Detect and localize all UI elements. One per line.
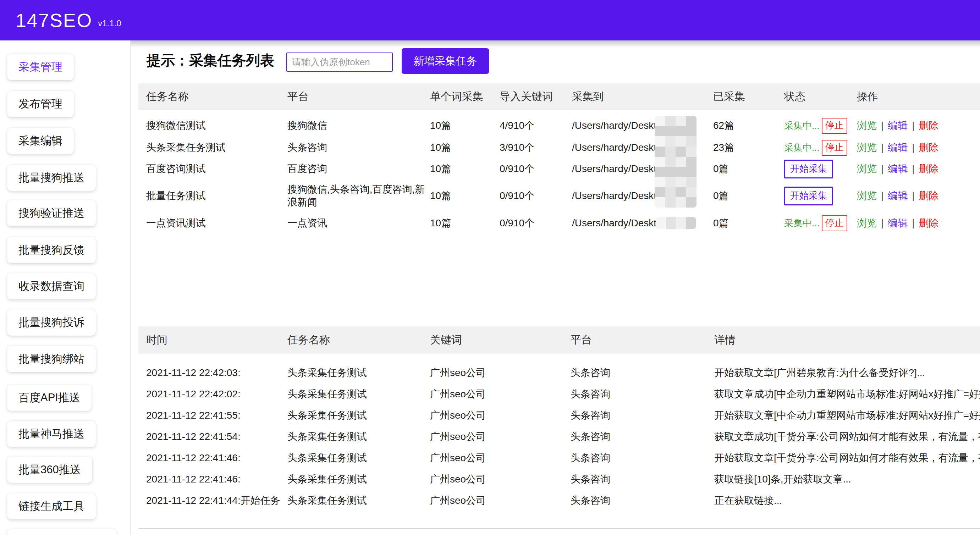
log-keyword: 广州seo公司 (430, 451, 571, 465)
task-actions: 浏览|编辑|删除 (857, 162, 980, 176)
token-input[interactable] (286, 53, 393, 72)
task-platform: 一点资讯 (287, 217, 430, 230)
sidebar-item-batch-360-push[interactable]: 批量360推送 (7, 457, 92, 483)
page-title: 提示：采集任务列表 (146, 53, 274, 68)
edit-link[interactable]: 编辑 (888, 190, 908, 201)
table-row: 百度咨询测试 百度咨询 10篇 0/910个 /Users/hardy/Desk… (138, 158, 980, 180)
task-platform: 头条咨询 (287, 141, 430, 154)
log-keyword: 广州seo公司 (430, 430, 571, 443)
log-time: 2021-11-12 22:41:46: (146, 474, 287, 485)
content-bottom-divider (138, 528, 980, 529)
col-task-name: 任务名称 (146, 89, 287, 104)
edit-link[interactable]: 编辑 (888, 163, 908, 174)
log-task: 头条采集任务测试 (287, 473, 430, 486)
sidebar-item-link-generator[interactable]: 链接生成工具 (7, 493, 96, 519)
stop-button[interactable]: 停止 (822, 140, 847, 156)
col-keyword: 关键词 (430, 333, 571, 347)
sidebar-item-batch-sogou-bind[interactable]: 批量搜狗绑站 (7, 346, 96, 372)
log-detail: 开始获取文章[干货分享:公司网站如何才能有效果，有流量，有访客... (714, 451, 980, 465)
view-link[interactable]: 浏览 (857, 190, 877, 201)
start-collect-button[interactable]: 开始采集 (784, 186, 833, 205)
stop-button[interactable]: 停止 (822, 118, 847, 134)
log-detail: 获取文章成功[干货分享:公司网站如何才能有效果，有流量，有访客... (714, 430, 980, 443)
sidebar-item-batch-shenma-push[interactable]: 批量神马推送 (7, 421, 96, 447)
delete-link[interactable]: 删除 (919, 163, 939, 174)
app-window: 147SEO v1.1.0 采集管理 发布管理 采集编辑 批量搜狗推送 搜狗验证… (0, 0, 980, 535)
task-collected: 0篇 (713, 189, 784, 202)
sidebar-item-collect-edit[interactable]: 采集编辑 (7, 128, 74, 154)
task-name: 搜狗微信测试 (146, 119, 287, 132)
start-collect-button[interactable]: 开始采集 (784, 160, 833, 178)
sidebar-item-batch-sogou-push[interactable]: 批量搜狗推送 (7, 165, 96, 191)
delete-link[interactable]: 删除 (919, 142, 939, 153)
action-separator: | (881, 190, 883, 201)
app-header: 147SEO v1.1.0 (0, 0, 980, 40)
edit-link[interactable]: 编辑 (888, 142, 908, 153)
brand-logo: 147SEO (16, 9, 92, 31)
task-keywords: 0/910个 (500, 162, 572, 176)
task-platform: 搜狗微信,头条咨询,百度咨询,新浪新闻 (287, 183, 430, 209)
log-table-header: 时间 任务名称 关键词 平台 详情 (138, 326, 980, 354)
action-separator: | (912, 190, 914, 201)
view-link[interactable]: 浏览 (857, 163, 877, 174)
view-link[interactable]: 浏览 (857, 218, 877, 228)
sidebar-item-sogou-verify-push[interactable]: 搜狗验证推送 (7, 200, 96, 226)
table-row: 头条采集任务测试 头条咨询 10篇 3/910个 /Users/hardy/De… (138, 137, 980, 158)
task-per-word: 10篇 (430, 189, 500, 202)
add-task-button[interactable]: 新增采集任务 (402, 48, 489, 74)
task-collected: 0篇 (713, 162, 784, 176)
status-collecting-label: 采集中... (784, 217, 819, 229)
col-time: 时间 (146, 333, 287, 347)
action-separator: | (881, 163, 883, 174)
log-detail: 获取文章成功[中企动力重塑网站市场标准:好网站x好推广=好效果] (714, 387, 980, 401)
table-row: 一点资讯测试 一点资讯 10篇 0/910个 /Users/hardy/Desk… (138, 212, 980, 234)
view-link[interactable]: 浏览 (857, 142, 877, 153)
col-collected: 已采集 (713, 89, 784, 104)
log-detail: 正在获取链接... (714, 494, 980, 507)
sidebar-item-batch-sogou-feedback[interactable]: 批量搜狗反馈 (7, 237, 96, 263)
tasks-table-header: 任务名称 平台 单个词采集 导入关键词 采集到 已采集 状态 操作 (138, 83, 980, 110)
sidebar-item-collect-manage[interactable]: 采集管理 (7, 54, 74, 80)
log-time: 2021-11-12 22:41:46: (146, 452, 287, 464)
task-keywords: 0/910个 (500, 217, 572, 230)
task-name: 批量任务测试 (146, 189, 287, 202)
log-row: 2021-11-12 22:42:03: 头条采集任务测试 广州seo公司 头条… (138, 362, 980, 384)
task-actions: 浏览|编辑|删除 (857, 217, 980, 230)
edit-link[interactable]: 编辑 (888, 120, 908, 131)
task-status: 采集中... 停止 (784, 140, 857, 156)
sidebar-item-index-data-query[interactable]: 收录数据查询 (7, 273, 96, 299)
col-per-word: 单个词采集 (430, 89, 500, 104)
log-time: 2021-11-12 22:41:44:开始任务 (146, 494, 287, 507)
log-time: 2021-11-12 22:42:02: (146, 389, 287, 400)
sidebar-item-batch-sogou-complaint[interactable]: 批量搜狗投诉 (7, 309, 96, 336)
delete-link[interactable]: 删除 (919, 120, 939, 131)
sidebar-item-partial[interactable] (7, 529, 117, 535)
table-row: 搜狗微信测试 搜狗微信 10篇 4/910个 /Users/hardy/Desk… (138, 114, 980, 137)
delete-link[interactable]: 删除 (919, 218, 939, 228)
col-target-path: 采集到 (572, 89, 713, 104)
task-status: 采集中... 停止 (784, 118, 857, 134)
col-actions: 操作 (857, 89, 980, 104)
task-per-word: 10篇 (430, 119, 500, 132)
log-detail: 开始获取文章[广州碧泉教育:为什么备受好评?]... (714, 366, 980, 380)
task-collected: 0篇 (713, 217, 784, 230)
task-keywords: 0/910个 (500, 189, 572, 202)
task-keywords: 3/910个 (500, 141, 572, 154)
edit-link[interactable]: 编辑 (888, 218, 908, 228)
log-platform: 头条咨询 (571, 451, 714, 465)
view-link[interactable]: 浏览 (857, 120, 877, 131)
task-collected: 23篇 (713, 141, 784, 154)
log-task: 头条采集任务测试 (287, 366, 430, 380)
task-name: 一点资讯测试 (146, 217, 287, 230)
delete-link[interactable]: 删除 (919, 190, 939, 201)
task-name: 头条采集任务测试 (146, 141, 287, 154)
action-separator: | (912, 120, 914, 131)
stop-button[interactable]: 停止 (822, 215, 847, 231)
log-detail: 开始获取文章[中企动力重塑网站市场标准:好网站x好推广=好效果]... (714, 409, 980, 422)
sidebar-item-baidu-api-push[interactable]: 百度API推送 (7, 385, 92, 411)
sidebar-item-publish-manage[interactable]: 发布管理 (7, 91, 74, 117)
task-status: 采集中... 停止 (784, 215, 857, 231)
redacted-path-mosaic (656, 217, 696, 229)
task-platform: 百度咨询 (287, 162, 430, 176)
log-keyword: 广州seo公司 (430, 366, 571, 380)
